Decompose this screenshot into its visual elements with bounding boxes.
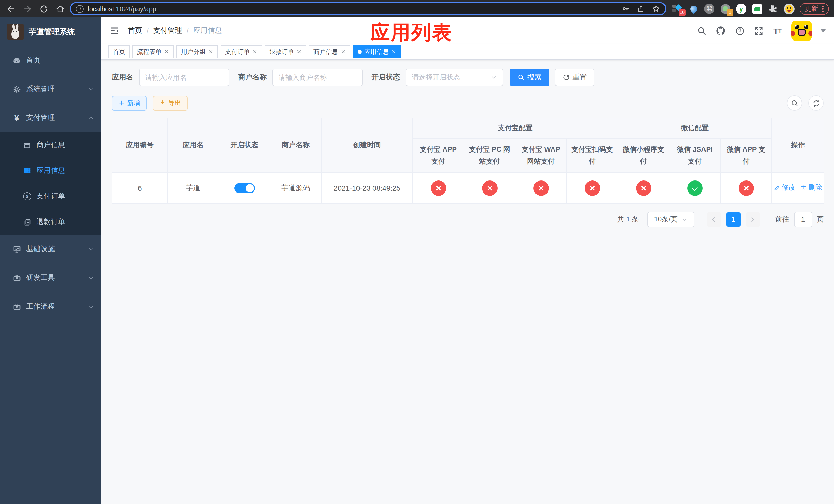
pay-circle-icon: ¥ xyxy=(23,192,31,201)
chrome-update-button[interactable]: 更新 xyxy=(799,3,829,15)
merchant-name-label: 商户名称 xyxy=(238,73,267,82)
fullscreen-icon[interactable] xyxy=(753,26,764,36)
sidebar-collapse-icon[interactable] xyxy=(109,26,119,36)
col-header-alipay-wap: 支付宝 WAP 网站支付 xyxy=(515,139,567,173)
sidebar-item-payment[interactable]: ¥ 支付管理 xyxy=(0,104,101,132)
active-dot-icon xyxy=(357,50,361,54)
alipay-app-status-icon xyxy=(431,180,446,196)
forward-icon[interactable] xyxy=(22,3,33,14)
sidebar-logo[interactable]: 芋道管理系统 xyxy=(0,18,101,46)
close-icon[interactable] xyxy=(208,49,213,54)
sidebar-item-refund-order[interactable]: 退款订单 xyxy=(0,209,101,235)
url-host: localhost xyxy=(88,5,114,13)
chat-extension-icon[interactable] xyxy=(752,4,762,14)
browser-menu-icon[interactable] xyxy=(822,5,824,12)
page-annotation-title: 应用列表 xyxy=(370,20,453,46)
close-icon[interactable] xyxy=(253,49,258,54)
search-icon[interactable] xyxy=(697,26,707,36)
add-button[interactable]: 新增 xyxy=(112,96,147,111)
tab-refund-order[interactable]: 退款订单 xyxy=(265,45,306,59)
user-avatar[interactable] xyxy=(791,21,812,41)
gem-extension-icon[interactable]: 10 xyxy=(673,4,683,14)
close-icon[interactable] xyxy=(391,49,396,54)
address-bar[interactable]: i localhost:1024/pay/app xyxy=(70,2,666,15)
sidebar: 芋道管理系统 首页 系统管理 xyxy=(0,18,101,504)
sidebar-item-workflow[interactable]: 工作流程 xyxy=(0,292,101,321)
reload-icon[interactable] xyxy=(38,3,49,14)
sidebar-item-infrastructure[interactable]: 基础设施 xyxy=(0,235,101,264)
close-icon[interactable] xyxy=(297,49,302,54)
sidebar-item-merchant-info[interactable]: 商户信息 xyxy=(0,132,101,158)
tab-user-group[interactable]: 用户分组 xyxy=(176,45,218,59)
home-icon[interactable] xyxy=(54,3,66,14)
close-icon[interactable] xyxy=(341,49,346,54)
dot-extension-icon[interactable]: 1 xyxy=(720,4,730,14)
col-group-alipay: 支付宝配置 xyxy=(413,118,618,139)
sidebar-item-label: 支付管理 xyxy=(26,113,88,122)
browser-nav xyxy=(5,3,66,14)
extensions-puzzle-icon[interactable] xyxy=(768,4,778,14)
search-button[interactable]: 搜索 xyxy=(510,69,549,86)
github-icon[interactable] xyxy=(716,26,726,36)
back-icon[interactable] xyxy=(5,3,16,14)
refresh-button[interactable] xyxy=(808,95,824,111)
tab-app-info[interactable]: 应用信息 xyxy=(353,45,401,59)
toggle-search-button[interactable] xyxy=(787,95,802,111)
yen-icon: ¥ xyxy=(12,114,21,122)
sidebar-item-pay-order[interactable]: ¥ 支付订单 xyxy=(0,184,101,209)
edit-link[interactable]: 修改 xyxy=(773,183,795,192)
avatar-caret-icon[interactable] xyxy=(821,29,826,32)
export-button[interactable]: 导出 xyxy=(153,96,188,111)
tab-process-form[interactable]: 流程表单 xyxy=(132,45,174,59)
y-extension-icon[interactable]: y xyxy=(736,4,746,14)
sidebar-item-home[interactable]: 首页 xyxy=(0,46,101,75)
app-name-input[interactable] xyxy=(139,69,229,86)
balloon-extension-icon[interactable] xyxy=(688,4,699,14)
site-info-icon[interactable]: i xyxy=(76,5,84,13)
col-header-merchant: 商户名称 xyxy=(270,118,321,173)
merchant-name-input[interactable] xyxy=(272,69,363,86)
share-icon[interactable] xyxy=(637,5,645,13)
command-extension-icon[interactable]: ⌘ xyxy=(704,4,715,14)
sidebar-item-system[interactable]: 系统管理 xyxy=(0,75,101,104)
help-icon[interactable] xyxy=(734,26,745,36)
tab-label: 用户分组 xyxy=(181,47,206,56)
reset-button[interactable]: 重置 xyxy=(555,69,594,86)
breadcrumb-home[interactable]: 首页 xyxy=(128,26,142,36)
url-text: localhost:1024/pay/app xyxy=(88,5,156,13)
wx-mini-status-icon xyxy=(636,180,651,196)
goto-page-input[interactable] xyxy=(794,212,812,227)
data-table: 应用编号 应用名 开启状态 商户名称 创建时间 支付宝配置 微信配置 操作 支付… xyxy=(112,118,824,204)
briefcase-icon xyxy=(12,302,21,311)
tab-pay-order[interactable]: 支付订单 xyxy=(221,45,262,59)
filter-form: 应用名 商户名称 开启状态 请选择开启状态 搜索 重置 xyxy=(112,69,824,86)
tab-merchant-info[interactable]: 商户信息 xyxy=(309,45,350,59)
next-page-button[interactable] xyxy=(746,212,760,227)
bookmark-star-icon[interactable] xyxy=(652,5,660,13)
password-key-icon[interactable] xyxy=(622,5,630,13)
shop-icon xyxy=(23,141,31,149)
sidebar-item-app-info[interactable]: 应用信息 xyxy=(0,158,101,184)
sidebar-item-label: 支付订单 xyxy=(37,192,65,201)
cell-app-id: 6 xyxy=(112,173,168,203)
chevron-down-icon xyxy=(88,304,94,310)
app-title: 芋道管理系统 xyxy=(29,27,75,37)
font-size-icon[interactable]: TT xyxy=(772,26,783,36)
col-header-alipay-app: 支付宝 APP 支付 xyxy=(413,139,464,173)
screen: i localhost:1024/pay/app 10 ⌘ xyxy=(0,0,834,504)
close-icon[interactable] xyxy=(164,49,169,54)
tab-home[interactable]: 首页 xyxy=(108,45,130,59)
status-toggle[interactable] xyxy=(234,183,255,193)
prev-page-button[interactable] xyxy=(706,212,721,227)
current-page-button[interactable]: 1 xyxy=(726,212,740,227)
search-icon xyxy=(791,99,798,107)
delete-link[interactable]: 删除 xyxy=(800,183,822,192)
tab-label: 支付订单 xyxy=(225,47,250,56)
emoji-extension-icon[interactable] xyxy=(784,3,794,14)
breadcrumb-payment[interactable]: 支付管理 xyxy=(153,26,182,36)
status-select[interactable]: 请选择开启状态 xyxy=(406,69,503,86)
address-bar-icons xyxy=(622,5,660,13)
page-size-select[interactable]: 10条/页 xyxy=(647,212,694,227)
sidebar-item-dev-tools[interactable]: 研发工具 xyxy=(0,264,101,292)
export-button-label: 导出 xyxy=(168,99,181,108)
